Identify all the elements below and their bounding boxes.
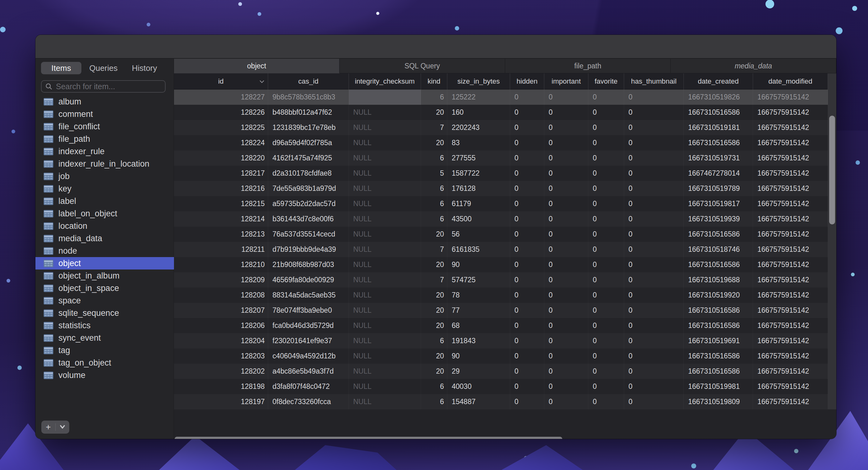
cell-cas_id[interactable]: d2a310178cfdfae8 xyxy=(268,166,349,181)
cell-date_created[interactable]: 1667310519920 xyxy=(684,288,753,303)
cell-date_created[interactable]: 1667310519181 xyxy=(684,120,753,135)
sidebar-item-label_on_object[interactable]: label_on_object xyxy=(35,207,174,220)
cell-integrity_checksum[interactable]: NULL xyxy=(349,166,421,181)
cell-has_thumbnail[interactable]: 0 xyxy=(624,349,684,364)
cell-integrity_checksum[interactable]: NULL xyxy=(349,105,421,120)
cell-kind[interactable]: 20 xyxy=(421,364,447,379)
cell-integrity_checksum[interactable]: NULL xyxy=(349,120,421,135)
cell-size_in_bytes[interactable]: 68 xyxy=(447,318,510,333)
cell-hidden[interactable]: 0 xyxy=(510,257,544,272)
column-header-size_in_bytes[interactable]: size_in_bytes xyxy=(447,74,510,90)
table-row[interactable]: 128217d2a310178cfdfae8NULL51587722000016… xyxy=(174,166,828,181)
cell-cas_id[interactable]: 88314a5dac5aeb35 xyxy=(268,288,349,303)
table-row[interactable]: 12820946569fa80de00929NULL75747250000166… xyxy=(174,272,828,288)
cell-size_in_bytes[interactable]: 78 xyxy=(447,288,510,303)
cell-date_created[interactable]: 1667310519826 xyxy=(684,90,753,105)
cell-favorite[interactable]: 0 xyxy=(588,333,624,349)
cell-kind[interactable]: 6 xyxy=(421,394,447,409)
cell-id[interactable]: 128213 xyxy=(174,227,268,242)
cell-cas_id[interactable]: 9b8c578b3651c8b3 xyxy=(268,90,349,105)
cell-date_created[interactable]: 1667310516586 xyxy=(684,227,753,242)
cell-important[interactable]: 0 xyxy=(544,150,588,166)
cell-date_modified[interactable]: 1667575915142 xyxy=(753,242,828,257)
cell-important[interactable]: 0 xyxy=(544,166,588,181)
cell-hidden[interactable]: 0 xyxy=(510,242,544,257)
tab-object[interactable]: object xyxy=(174,59,340,74)
cell-cas_id[interactable]: 0f8dec733260fcca xyxy=(268,394,349,409)
cell-favorite[interactable]: 0 xyxy=(588,364,624,379)
sidebar-item-job[interactable]: job xyxy=(35,170,174,182)
cell-integrity_checksum[interactable]: NULL xyxy=(349,196,421,211)
sidebar-item-tag[interactable]: tag xyxy=(35,344,174,356)
cell-size_in_bytes[interactable]: 6161835 xyxy=(447,242,510,257)
cell-kind[interactable]: 20 xyxy=(421,227,447,242)
cell-date_created[interactable]: 1667310519691 xyxy=(684,333,753,349)
cell-cas_id[interactable]: 7de55a983b1a979d xyxy=(268,181,349,196)
cell-date_modified[interactable]: 1667575915142 xyxy=(753,135,828,150)
cell-favorite[interactable]: 0 xyxy=(588,257,624,272)
cell-favorite[interactable]: 0 xyxy=(588,227,624,242)
cell-size_in_bytes[interactable]: 277555 xyxy=(447,150,510,166)
column-header-integrity_checksum[interactable]: integrity_checksum xyxy=(349,74,421,90)
cell-favorite[interactable]: 0 xyxy=(588,379,624,394)
cell-hidden[interactable]: 0 xyxy=(510,181,544,196)
column-header-id[interactable]: id xyxy=(174,74,268,90)
cell-has_thumbnail[interactable]: 0 xyxy=(624,303,684,318)
cell-id[interactable]: 128198 xyxy=(174,379,268,394)
cell-has_thumbnail[interactable]: 0 xyxy=(624,257,684,272)
cell-integrity_checksum[interactable]: NULL xyxy=(349,364,421,379)
sidebar-item-album[interactable]: album xyxy=(35,95,174,108)
cell-id[interactable]: 128197 xyxy=(174,394,268,409)
cell-size_in_bytes[interactable]: 160 xyxy=(447,105,510,120)
cell-date_created[interactable]: 1667310519688 xyxy=(684,272,753,288)
cell-important[interactable]: 0 xyxy=(544,211,588,227)
cell-hidden[interactable]: 0 xyxy=(510,211,544,227)
cell-date_modified[interactable]: 1667575915142 xyxy=(753,318,828,333)
cell-date_modified[interactable]: 1667575915142 xyxy=(753,90,828,105)
cell-date_created[interactable]: 1667467278014 xyxy=(684,166,753,181)
table-row[interactable]: 128206fca0bd46d3d5729dNULL20680000166731… xyxy=(174,318,828,333)
cell-favorite[interactable]: 0 xyxy=(588,303,624,318)
sidebar-item-space[interactable]: space xyxy=(35,294,174,307)
sidebar-item-volume[interactable]: volume xyxy=(35,369,174,381)
cell-id[interactable]: 128214 xyxy=(174,211,268,227)
cell-hidden[interactable]: 0 xyxy=(510,394,544,409)
cell-important[interactable]: 0 xyxy=(544,120,588,135)
table-row[interactable]: 12820888314a5dac5aeb35NULL20780000166731… xyxy=(174,288,828,303)
cell-size_in_bytes[interactable]: 61179 xyxy=(447,196,510,211)
cell-date_modified[interactable]: 1667575915142 xyxy=(753,196,828,211)
column-header-has_thumbnail[interactable]: has_thumbnail xyxy=(624,74,684,90)
cell-integrity_checksum[interactable]: NULL xyxy=(349,394,421,409)
cell-id[interactable]: 128208 xyxy=(174,288,268,303)
table-row[interactable]: 1282279b8c578b3651c8b3612522200001667310… xyxy=(174,90,828,105)
cell-favorite[interactable]: 0 xyxy=(588,90,624,105)
table-row[interactable]: 128215a59735b2d2dac57dNULL66117900001667… xyxy=(174,196,828,211)
table-row[interactable]: 128226b488bbf012a47f62NULL20160000016673… xyxy=(174,105,828,120)
cell-date_created[interactable]: 1667310518746 xyxy=(684,242,753,257)
cell-favorite[interactable]: 0 xyxy=(588,150,624,166)
cell-integrity_checksum[interactable]: NULL xyxy=(349,150,421,166)
cell-cas_id[interactable]: 76a537d35514cecd xyxy=(268,227,349,242)
cell-cas_id[interactable]: f230201641ef9e37 xyxy=(268,333,349,349)
sidebar-item-file_conflict[interactable]: file_conflict xyxy=(35,120,174,133)
cell-important[interactable]: 0 xyxy=(544,242,588,257)
cell-hidden[interactable]: 0 xyxy=(510,196,544,211)
cell-date_modified[interactable]: 1667575915142 xyxy=(753,349,828,364)
cell-cas_id[interactable]: d7b919bbb9de4a39 xyxy=(268,242,349,257)
cell-id[interactable]: 128209 xyxy=(174,272,268,288)
table-row[interactable]: 1282251231839bc17e78ebNULL72202243000016… xyxy=(174,120,828,135)
cell-hidden[interactable]: 0 xyxy=(510,288,544,303)
cell-important[interactable]: 0 xyxy=(544,135,588,150)
cell-favorite[interactable]: 0 xyxy=(588,318,624,333)
cell-cas_id[interactable]: d3fa8f07f48c0472 xyxy=(268,379,349,394)
sidebar-item-comment[interactable]: comment xyxy=(35,108,174,120)
column-header-important[interactable]: important xyxy=(544,74,588,90)
sidebar-item-label[interactable]: label xyxy=(35,195,174,207)
cell-has_thumbnail[interactable]: 0 xyxy=(624,364,684,379)
cell-integrity_checksum[interactable]: NULL xyxy=(349,288,421,303)
cell-favorite[interactable]: 0 xyxy=(588,120,624,135)
sidebar-item-sqlite_sequence[interactable]: sqlite_sequence xyxy=(35,307,174,319)
cell-size_in_bytes[interactable]: 90 xyxy=(447,257,510,272)
cell-date_modified[interactable]: 1667575915142 xyxy=(753,181,828,196)
cell-date_created[interactable]: 1667310519817 xyxy=(684,196,753,211)
